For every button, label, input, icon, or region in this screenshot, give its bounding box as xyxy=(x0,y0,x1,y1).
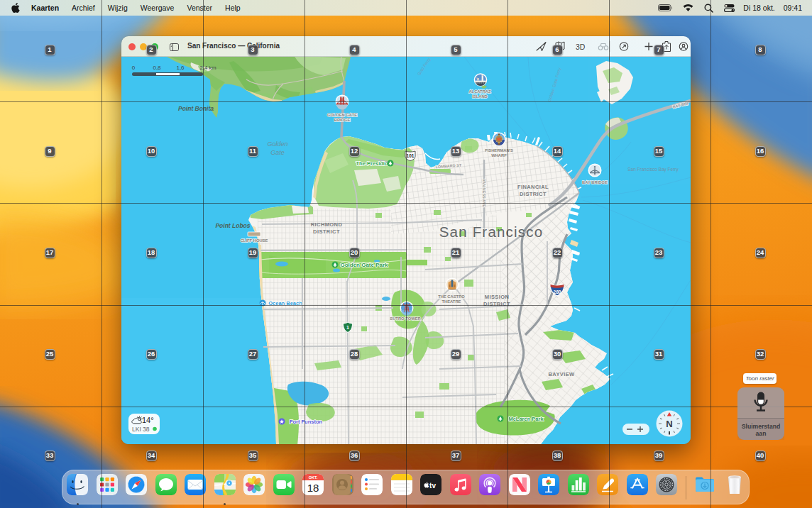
svg-text:280: 280 xyxy=(553,289,561,294)
svg-text:The Presidio: The Presidio xyxy=(356,160,388,167)
svg-text:CLIFF HOUSE: CLIFF HOUSE xyxy=(241,238,268,243)
svg-text:Point Lobos: Point Lobos xyxy=(215,222,250,229)
svg-text:0,8: 0,8 xyxy=(153,65,161,71)
svg-text:18: 18 xyxy=(307,482,319,494)
svg-text:1,6: 1,6 xyxy=(176,65,185,71)
svg-text:THE CASTRO: THE CASTRO xyxy=(438,294,465,299)
svg-text:1: 1 xyxy=(346,325,349,330)
svg-text:0: 0 xyxy=(132,65,136,71)
svg-text:WHARF: WHARF xyxy=(491,153,507,158)
svg-text:THEATRE: THEATRE xyxy=(442,299,461,304)
svg-text:SUTRO TOWER: SUTRO TOWER xyxy=(390,316,421,321)
svg-text:MISSION: MISSION xyxy=(485,294,509,300)
svg-text:San Francisco Bay Ferry: San Francisco Bay Ferry xyxy=(627,167,679,172)
svg-text:OKT.: OKT. xyxy=(309,475,318,480)
svg-text:McLaren Park: McLaren Park xyxy=(508,416,544,422)
svg-text:Ocean Beach: Ocean Beach xyxy=(268,300,302,307)
svg-text:BRIDGE: BRIDGE xyxy=(334,118,351,122)
svg-text:FINANCIAL: FINANCIAL xyxy=(517,184,549,190)
svg-text:BAYVIEW: BAYVIEW xyxy=(548,371,575,377)
svg-text:101: 101 xyxy=(407,153,415,158)
svg-text:14°: 14° xyxy=(142,416,154,424)
svg-text:ISLAND: ISLAND xyxy=(472,94,488,99)
svg-text:aan: aan xyxy=(756,430,767,437)
svg-text:LKI 38: LKI 38 xyxy=(132,426,150,433)
svg-text:ALCATRAZ: ALCATRAZ xyxy=(468,89,491,94)
svg-text:Gate: Gate xyxy=(270,149,285,156)
svg-text:VAN NESS AVE: VAN NESS AVE xyxy=(482,179,486,207)
svg-text:3D: 3D xyxy=(576,43,586,51)
svg-text:tv: tv xyxy=(429,482,436,490)
svg-text:Point Bonita: Point Bonita xyxy=(178,105,214,112)
svg-text:RICHMOND: RICHMOND xyxy=(311,221,343,228)
svg-text:Fort Funston: Fort Funston xyxy=(290,419,323,425)
svg-text:N: N xyxy=(666,419,672,429)
svg-text:DISTRICT: DISTRICT xyxy=(520,191,547,197)
svg-text:Golden: Golden xyxy=(267,140,287,148)
svg-text:DISTRICT: DISTRICT xyxy=(483,301,510,307)
svg-text:BAY BRIDGE: BAY BRIDGE xyxy=(582,180,608,184)
svg-text:DISTRICT: DISTRICT xyxy=(313,228,340,235)
svg-text:Golden Gate Park: Golden Gate Park xyxy=(340,262,388,268)
svg-text:km: km xyxy=(209,65,216,71)
svg-text:San Francisco: San Francisco xyxy=(439,223,544,240)
svg-text:Sluimerstand: Sluimerstand xyxy=(742,423,780,430)
svg-text:2,4: 2,4 xyxy=(199,65,208,71)
svg-text:FISHERMAN'S: FISHERMAN'S xyxy=(485,148,513,153)
svg-text:GOLDEN GATE: GOLDEN GATE xyxy=(327,113,357,117)
